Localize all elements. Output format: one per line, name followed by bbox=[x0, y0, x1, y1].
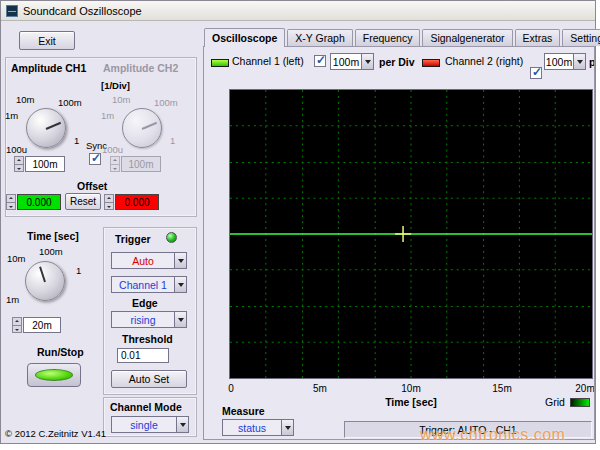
tab-settings[interactable]: Settings bbox=[562, 29, 600, 46]
knob-scale-label: 10m bbox=[7, 253, 25, 264]
copyright-text: © 2012 C.Zeitnitz V1.41 bbox=[5, 428, 106, 439]
app-icon bbox=[6, 5, 18, 17]
per-div-unit-label: [1/Div] bbox=[101, 80, 130, 91]
run-stop-label: Run/Stop bbox=[37, 346, 84, 358]
measure-select[interactable]: status bbox=[222, 419, 294, 436]
threshold-input[interactable]: 0.01 bbox=[117, 348, 169, 363]
measure-label: Measure bbox=[222, 405, 265, 417]
run-stop-button[interactable] bbox=[27, 363, 81, 387]
amplitude-ch1-label: Amplitude CH1 bbox=[11, 62, 86, 74]
knob-scale-label: 1 bbox=[76, 265, 81, 276]
knob-scale-label: 10m bbox=[16, 94, 34, 105]
knob-scale-label: 1m bbox=[101, 110, 114, 121]
offset-label: Offset bbox=[77, 180, 107, 192]
chevron-down-icon bbox=[573, 54, 585, 69]
tab-extras[interactable]: Extras bbox=[515, 29, 561, 46]
x-tick: 10m bbox=[401, 383, 420, 394]
tab-oscilloscope[interactable]: Oscilloscope bbox=[204, 28, 285, 47]
knob-scale-label: 1 bbox=[170, 135, 175, 146]
amplitude-ch1-spinner[interactable] bbox=[14, 156, 24, 172]
ch2-color-swatch bbox=[422, 59, 440, 67]
amplitude-ch2-value: 100m bbox=[121, 156, 161, 172]
trigger-led bbox=[166, 232, 177, 243]
chevron-down-icon bbox=[281, 420, 293, 435]
tab-bar: Oscilloscope X-Y Graph Frequency Signalg… bbox=[204, 28, 600, 46]
knob-scale-label: 1 bbox=[74, 135, 79, 146]
time-knob[interactable] bbox=[25, 261, 65, 301]
app-window: Soundcard Oszilloscope Exit Amplitude CH… bbox=[0, 0, 596, 444]
time-value[interactable]: 20m bbox=[23, 317, 61, 333]
grid-label: Grid bbox=[545, 396, 565, 408]
ch1-enable-checkbox[interactable] bbox=[314, 55, 326, 67]
ch1-per-div-label: per Div bbox=[379, 56, 415, 68]
x-tick: 0 bbox=[228, 383, 234, 394]
exit-button[interactable]: Exit bbox=[19, 31, 75, 50]
x-tick: 5m bbox=[313, 383, 327, 394]
threshold-label: Threshold bbox=[122, 333, 173, 345]
watermark: www.cntronics.com bbox=[420, 426, 565, 444]
knob-scale-label: 100u bbox=[6, 144, 27, 155]
amplitude-ch1-value[interactable]: 100m bbox=[25, 156, 65, 172]
offset-ch2-value[interactable]: 0.000 bbox=[115, 194, 159, 210]
amplitude-ch2-knob bbox=[122, 108, 162, 148]
offset-ch1-spinner[interactable] bbox=[6, 194, 16, 210]
knob-scale-label: 100m bbox=[154, 97, 178, 108]
knob-scale-label: 100m bbox=[58, 97, 82, 108]
run-indicator bbox=[35, 369, 73, 381]
trigger-source-select[interactable]: Channel 1 bbox=[111, 276, 187, 293]
knob-scale-label: 100u bbox=[102, 144, 123, 155]
reset-button[interactable]: Reset bbox=[65, 193, 101, 210]
chevron-down-icon bbox=[174, 312, 186, 327]
x-tick: 15m bbox=[492, 383, 511, 394]
chevron-down-icon bbox=[176, 417, 188, 432]
x-tick: 20m bbox=[575, 383, 594, 394]
ch1-color-swatch bbox=[211, 59, 229, 67]
grid-color-bar[interactable] bbox=[570, 398, 590, 407]
ch2-amplitude-select[interactable]: 100m bbox=[544, 53, 586, 70]
knob-pointer bbox=[39, 266, 46, 282]
trigger-label: Trigger bbox=[115, 233, 151, 245]
trigger-mode-select[interactable]: Auto bbox=[111, 252, 187, 269]
ch2-label: Channel 2 (right) bbox=[445, 55, 523, 67]
knob-scale-label: 10m bbox=[112, 94, 130, 105]
title-bar[interactable]: Soundcard Oszilloscope bbox=[1, 1, 595, 21]
offset-ch1-value[interactable]: 0.000 bbox=[17, 194, 61, 210]
channel-mode-select[interactable]: single bbox=[111, 416, 189, 433]
x-axis-label: Time [sec] bbox=[385, 396, 437, 408]
time-label: Time [sec] bbox=[27, 230, 79, 242]
tab-xy-graph[interactable]: X-Y Graph bbox=[287, 29, 352, 46]
knob-pointer bbox=[142, 122, 158, 130]
tab-frequency[interactable]: Frequency bbox=[355, 29, 421, 46]
sync-checkbox[interactable] bbox=[89, 153, 101, 165]
amplitude-ch2-label: Amplitude CH2 bbox=[103, 62, 178, 74]
ch2-per-div-label: per Div bbox=[589, 56, 595, 68]
knob-scale-label: 1m bbox=[6, 294, 19, 305]
chevron-down-icon bbox=[361, 54, 373, 69]
knob-scale-label: 1m bbox=[5, 110, 18, 121]
edge-label: Edge bbox=[132, 297, 158, 309]
ch2-enable-checkbox[interactable] bbox=[530, 67, 542, 79]
ch1-amplitude-select[interactable]: 100m bbox=[330, 53, 374, 70]
chevron-down-icon bbox=[174, 277, 186, 292]
oscilloscope-panel: Channel 1 (left) 100m per Div Channel 2 … bbox=[203, 46, 595, 440]
window-title: Soundcard Oszilloscope bbox=[23, 5, 142, 17]
knob-pointer bbox=[46, 122, 62, 130]
scope-display[interactable] bbox=[229, 89, 593, 379]
edge-select[interactable]: rising bbox=[111, 311, 187, 328]
offset-ch2-spinner[interactable] bbox=[104, 194, 114, 210]
amplitude-ch2-spinner bbox=[110, 156, 120, 172]
time-spinner[interactable] bbox=[12, 317, 22, 333]
knob-scale-label: 100m bbox=[39, 246, 63, 257]
screen: Soundcard Oszilloscope Exit Amplitude CH… bbox=[0, 0, 600, 450]
ch1-label: Channel 1 (left) bbox=[232, 55, 304, 67]
auto-set-button[interactable]: Auto Set bbox=[111, 370, 187, 388]
amplitude-ch1-knob[interactable] bbox=[26, 108, 66, 148]
tab-signalgenerator[interactable]: Signalgenerator bbox=[422, 29, 512, 46]
chevron-down-icon bbox=[174, 253, 186, 268]
channel-mode-label: Channel Mode bbox=[108, 401, 184, 413]
